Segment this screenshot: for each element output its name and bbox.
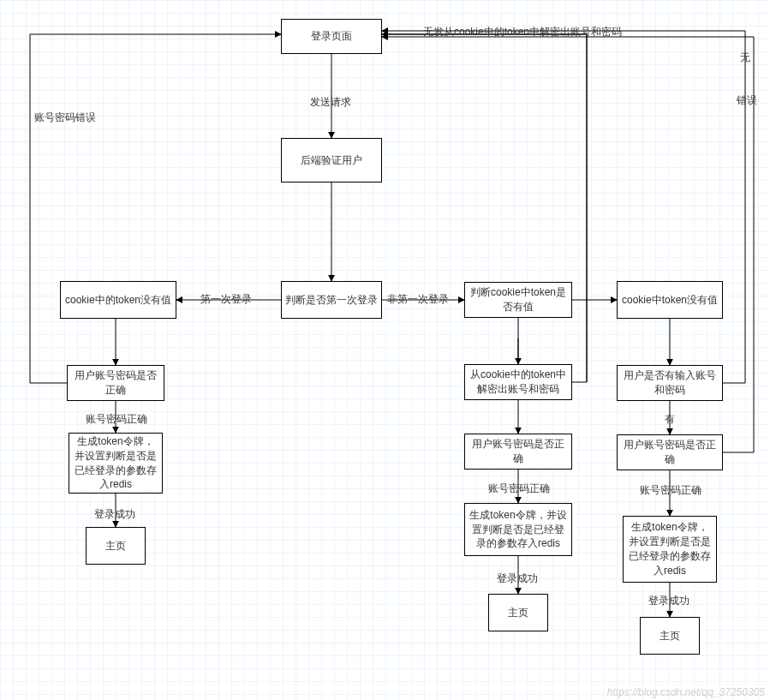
node-user-pw-correct-right: 用户账号密码是否正确: [617, 434, 723, 470]
node-cookie-no-value-left: cookie中的token没有值: [60, 281, 176, 319]
node-label: 从cookie中的token中解密出账号和密码: [469, 368, 568, 397]
node-label: 生成token令牌，并设置判断是否是已经登录的参数存入redis: [469, 508, 568, 551]
node-is-first-login: 判断是否第一次登录: [281, 281, 382, 319]
edge-label-error: 错误: [737, 94, 757, 108]
edge-label-not-first-login: 非第一次登录: [387, 293, 449, 307]
node-decrypt-token: 从cookie中的token中解密出账号和密码: [464, 364, 572, 400]
node-label: 用户是否有输入账号和密码: [621, 368, 719, 398]
node-label: 生成token令牌，并设置判断是否是已经登录的参数存入redis: [73, 434, 158, 492]
node-has-token-mid: 判断cookie中token是否有值: [464, 282, 572, 318]
node-label: 后端验证用户: [301, 153, 362, 168]
node-label: 主页: [105, 539, 126, 553]
edge-label-pw-wrong: 账号密码错误: [34, 111, 96, 125]
edge-label-pw-right-l: 账号密码正确: [86, 413, 147, 427]
node-label: 用户账号密码是否正确: [71, 368, 160, 398]
node-label: 用户账号密码是否正确: [621, 438, 719, 467]
node-user-pw-correct-left: 用户账号密码是否正确: [67, 365, 164, 401]
edge-label-login-ok-m: 登录成功: [497, 572, 538, 586]
edge-label-pw-right-m: 账号密码正确: [488, 482, 550, 496]
node-gen-token-mid: 生成token令牌，并设置判断是否是已经登录的参数存入redis: [464, 503, 572, 556]
node-gen-token-right: 生成token令牌，并设置判断是否是已经登录的参数存入redis: [623, 516, 717, 583]
flowchart-canvas: 登录页面 后端验证用户 判断是否第一次登录 cookie中的token没有值 用…: [0, 0, 770, 700]
node-label: 生成token令牌，并设置判断是否是已经登录的参数存入redis: [627, 520, 713, 577]
edge-label-pw-right-r: 账号密码正确: [640, 484, 701, 498]
node-label: 判断是否第一次登录: [285, 293, 378, 308]
edge-label-decrypt-fail: 无发从cookie中的token中解密出账号和密码: [423, 26, 622, 39]
node-label: 主页: [508, 606, 528, 620]
node-label: 登录页面: [311, 29, 352, 44]
node-gen-token-left: 生成token令牌，并设置判断是否是已经登录的参数存入redis: [69, 433, 163, 494]
edge-label-first-login: 第一次登录: [200, 293, 252, 307]
edge-label-login-ok-r: 登录成功: [648, 595, 689, 608]
edge-label-login-ok-l: 登录成功: [94, 508, 135, 522]
node-cookie-no-value-right: cookie中token没有值: [617, 281, 723, 319]
node-label: 主页: [660, 629, 680, 643]
edge-label-has: 有: [665, 413, 675, 427]
edge-label-none: 无: [740, 51, 750, 65]
node-home-left: 主页: [86, 527, 146, 565]
watermark-text: https://blog.csdn.net/qq_37250305: [607, 686, 765, 698]
node-label: 用户账号密码是否正确: [469, 437, 568, 466]
edge-label-send-request: 发送请求: [310, 96, 351, 110]
node-login-page: 登录页面: [281, 19, 382, 54]
node-user-has-input: 用户是否有输入账号和密码: [617, 365, 723, 401]
node-label: 判断cookie中token是否有值: [469, 285, 568, 314]
node-backend-verify: 后端验证用户: [281, 138, 382, 182]
node-home-mid: 主页: [488, 594, 548, 631]
node-label: cookie中token没有值: [622, 293, 718, 308]
node-user-pw-correct-mid: 用户账号密码是否正确: [464, 434, 572, 470]
node-home-right: 主页: [640, 617, 700, 655]
node-label: cookie中的token没有值: [65, 293, 171, 308]
